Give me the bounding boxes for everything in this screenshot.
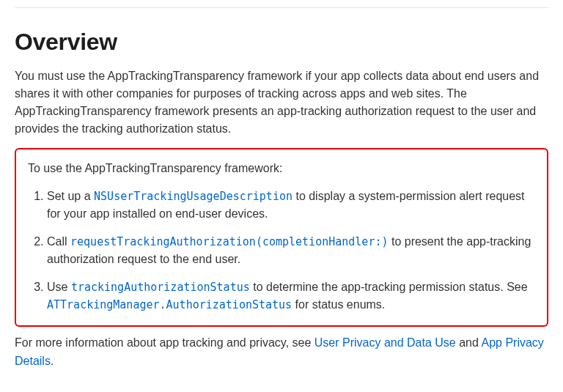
list-item: Call requestTrackingAuthorization(comple…	[47, 233, 535, 268]
step-text: to determine the app-tracking permission…	[250, 281, 528, 293]
step-text: Set up a	[47, 190, 94, 202]
list-item: Set up a NSUserTrackingUsageDescription …	[47, 188, 535, 223]
footer-text: and	[456, 336, 482, 349]
callout-lead: To use the AppTrackingTransparency frame…	[28, 160, 535, 177]
step-text: Use	[47, 281, 71, 293]
footer-text: For more information about app tracking …	[15, 336, 314, 349]
link-user-privacy-data-use[interactable]: User Privacy and Data Use	[314, 336, 456, 349]
callout-box: To use the AppTrackingTransparency frame…	[15, 148, 548, 327]
intro-paragraph: You must use the AppTrackingTransparency…	[15, 67, 548, 138]
steps-list: Set up a NSUserTrackingUsageDescription …	[28, 188, 535, 314]
code-link-requesttrackingauthorization[interactable]: requestTrackingAuthorization(completionH…	[70, 235, 388, 248]
footer-paragraph: For more information about app tracking …	[15, 334, 548, 371]
page-title: Overview	[15, 29, 548, 56]
divider	[15, 7, 548, 8]
step-text: Call	[47, 235, 70, 248]
footer-text: .	[51, 355, 54, 367]
code-link-attrackingmanager-authorizationstatus[interactable]: ATTrackingManager.AuthorizationStatus	[47, 298, 292, 311]
step-text: for status enums.	[292, 298, 385, 311]
code-link-trackingauthorizationstatus[interactable]: trackingAuthorizationStatus	[71, 281, 250, 294]
list-item: Use trackingAuthorizationStatus to deter…	[47, 278, 535, 314]
code-link-nsusertrackingusagedescription[interactable]: NSUserTrackingUsageDescription	[94, 190, 292, 203]
